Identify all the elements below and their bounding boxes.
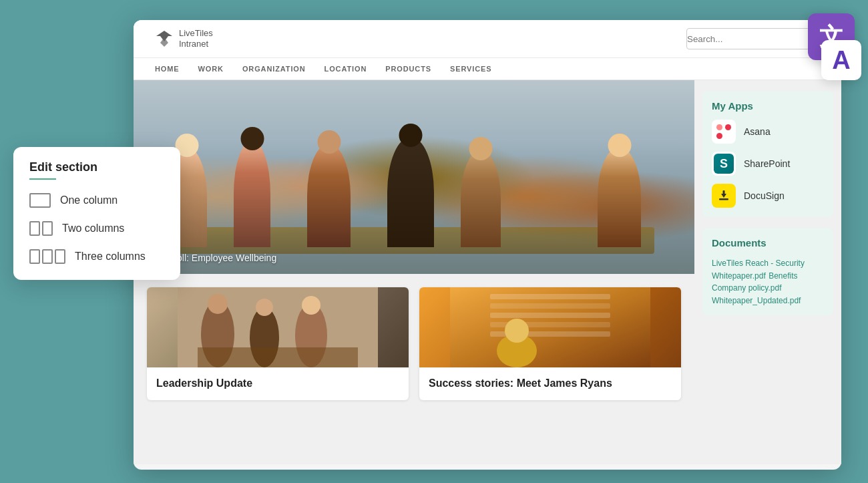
svg-point-8: [302, 296, 320, 315]
cards-row: Leadership Update: [134, 274, 694, 400]
card-leadership-title: Leadership Update: [156, 377, 399, 391]
three-col-block-1: [29, 249, 40, 264]
hero-image: [134, 80, 694, 274]
sharepoint-s: S: [714, 154, 734, 174]
docusign-arrow-icon: [717, 189, 730, 202]
edit-section-panel: Edit section One column Two columns Thre…: [13, 147, 180, 280]
two-columns-icon: [29, 221, 53, 236]
my-apps-widget: My Apps Asana S: [702, 91, 833, 217]
my-apps-title: My Apps: [712, 100, 824, 112]
navigation: HOME WORK ORGANIZATION LOCATION PRODUCTS…: [134, 58, 841, 80]
three-col-block-2: [42, 249, 53, 264]
asana-label: Asana: [744, 126, 771, 137]
svg-point-4: [208, 294, 228, 314]
asana-dot-2: [725, 124, 731, 130]
logo-line1: LiveTiles: [179, 28, 213, 39]
card-leadership[interactable]: Leadership Update: [147, 287, 409, 400]
svg-rect-9: [198, 347, 358, 367]
documents-title: Documents: [712, 237, 824, 249]
card-success-title: Success stories: Meet James Ryans: [429, 377, 672, 391]
main-content: Quick Poll: Employee Wellbeing: [134, 80, 694, 464]
documents-widget: Documents LiveTiles Reach - Security Whi…: [702, 228, 833, 315]
logo-text: LiveTiles Intranet: [179, 28, 213, 49]
layout-two-columns[interactable]: Two columns: [29, 221, 164, 236]
card-leadership-image: [147, 287, 409, 367]
person-4: [387, 137, 434, 247]
card-success[interactable]: Success stories: Meet James Ryans: [419, 287, 681, 400]
svg-rect-12: [490, 294, 610, 299]
docusign-label: DocuSign: [744, 190, 785, 201]
doc-link-2[interactable]: Company policy.pdf: [712, 283, 782, 293]
card-success-image: [419, 287, 681, 367]
person-6: [598, 147, 641, 247]
person-2: [234, 140, 270, 247]
svg-point-6: [256, 299, 273, 316]
svg-rect-19: [719, 198, 728, 200]
asana-icon: [712, 120, 736, 144]
nav-organization[interactable]: ORGANIZATION: [242, 58, 306, 79]
doc-link-1[interactable]: Benefits: [769, 271, 797, 281]
single-col-block: [29, 193, 51, 208]
nav-work[interactable]: WORK: [198, 58, 224, 79]
sharepoint-icon: S: [712, 152, 736, 176]
one-column-icon: [29, 193, 51, 208]
svg-rect-21: [723, 190, 725, 194]
logo-line2: Intranet: [179, 39, 213, 49]
main-window: LiveTiles Intranet HOME WORK ORGANIZATIO…: [134, 20, 841, 470]
leadership-svg: [147, 287, 409, 367]
asana-dot-1: [716, 124, 722, 130]
layout-one-column[interactable]: One column: [29, 193, 164, 208]
edit-section-divider: [29, 178, 56, 180]
nav-products[interactable]: PRODUCTS: [385, 58, 431, 79]
two-col-block-1: [29, 221, 40, 236]
translate-latin-char: A: [832, 46, 850, 75]
search-input[interactable]: [686, 28, 820, 49]
logo-area: LiveTiles Intranet: [155, 28, 213, 49]
nav-location[interactable]: LOCATION: [324, 58, 367, 79]
doc-link-3[interactable]: Whitepaper_Updated.pdf: [712, 296, 801, 305]
nav-home[interactable]: HOME: [155, 58, 180, 79]
hero-section: Quick Poll: Employee Wellbeing: [134, 80, 694, 274]
card-success-body: Success stories: Meet James Ryans: [419, 367, 681, 400]
two-col-block-2: [42, 221, 53, 236]
logo-icon: [155, 29, 174, 48]
app-docusign[interactable]: DocuSign: [712, 184, 824, 208]
asana-dot-3: [716, 133, 722, 139]
two-columns-label: Two columns: [62, 222, 124, 234]
edit-section-title: Edit section: [29, 160, 164, 174]
card-leadership-body: Leadership Update: [147, 367, 409, 400]
header: LiveTiles Intranet: [134, 20, 841, 58]
app-sharepoint[interactable]: S SharePoint: [712, 152, 824, 176]
svg-marker-1: [160, 37, 168, 47]
three-columns-icon: [29, 249, 65, 264]
translate-latin-box[interactable]: A: [821, 40, 861, 80]
success-svg: [419, 287, 681, 367]
content-area: Quick Poll: Employee Wellbeing: [134, 80, 841, 464]
svg-rect-13: [490, 303, 610, 309]
right-sidebar: My Apps Asana S: [694, 80, 841, 464]
sharepoint-label: SharePoint: [744, 158, 790, 169]
person-5: [461, 150, 501, 247]
asana-dots-grid: [716, 124, 731, 139]
layout-three-columns[interactable]: Three columns: [29, 249, 164, 264]
app-asana[interactable]: Asana: [712, 120, 824, 144]
one-column-label: One column: [60, 194, 118, 206]
person-3: [307, 144, 351, 247]
three-columns-label: Three columns: [75, 251, 146, 263]
docusign-icon: [712, 184, 736, 208]
svg-point-18: [505, 319, 529, 343]
translate-widget[interactable]: 文 A: [808, 13, 855, 60]
three-col-block-3: [55, 249, 65, 264]
svg-rect-14: [490, 313, 610, 318]
nav-services[interactable]: SERVICES: [450, 58, 491, 79]
